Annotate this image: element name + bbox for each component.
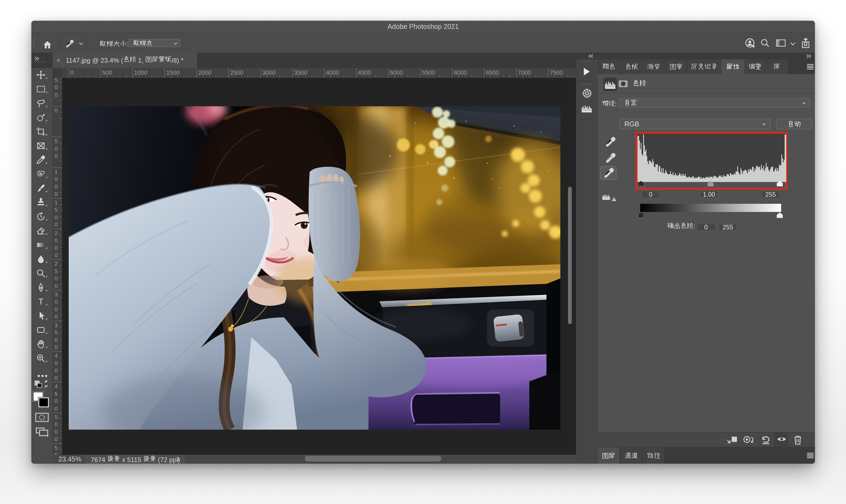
svg-text:T: T [38, 297, 43, 306]
svg-text:!: ! [614, 198, 615, 201]
